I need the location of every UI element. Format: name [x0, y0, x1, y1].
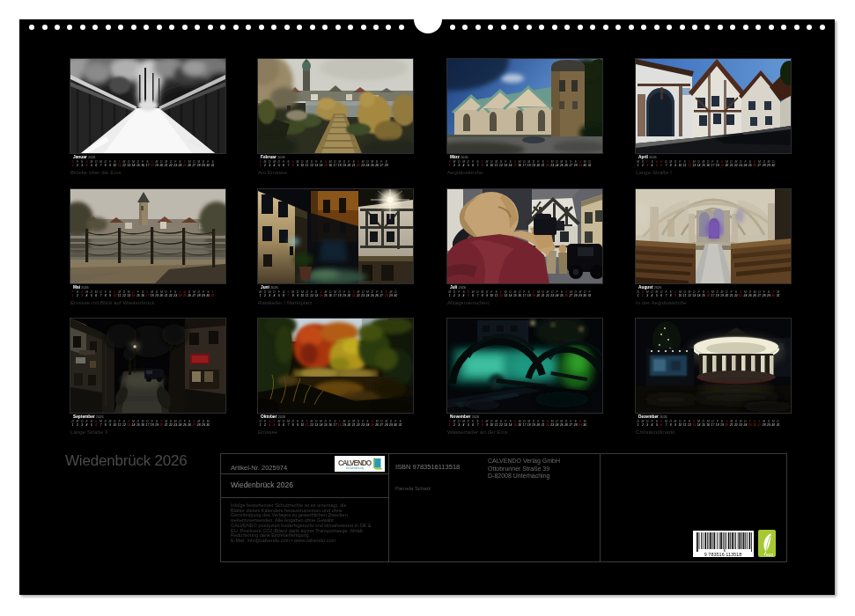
svg-text:9 783516 113518: 9 783516 113518 [704, 552, 741, 557]
svg-text:eco: eco [766, 552, 773, 557]
svg-text:CALVENDO: CALVENDO [338, 459, 372, 467]
svg-text:bei kalendern.org: bei kalendern.org [346, 466, 365, 470]
